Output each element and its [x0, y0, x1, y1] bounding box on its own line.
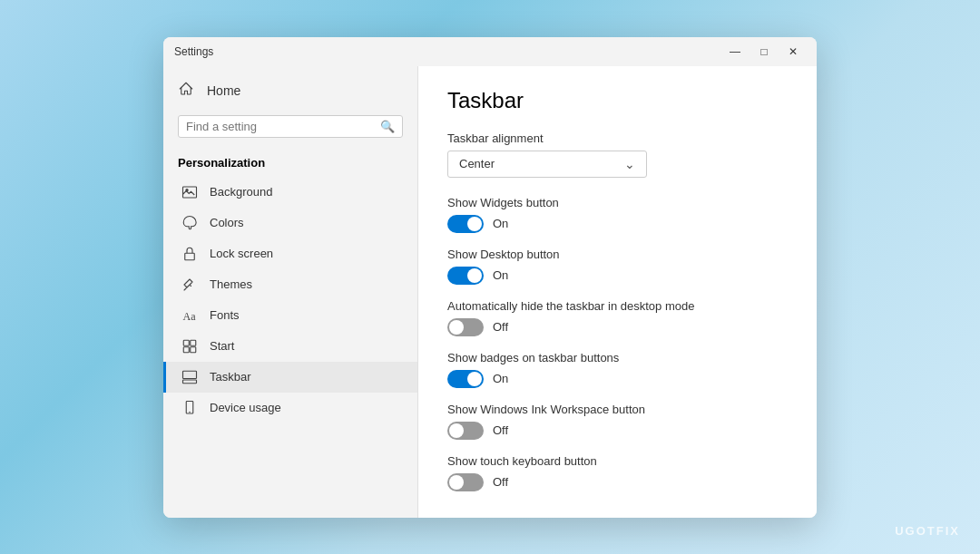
window-title: Settings: [174, 45, 213, 58]
show-desktop-setting: Show Desktop button On: [447, 248, 788, 285]
touch-keyboard-toggle[interactable]: [447, 473, 484, 491]
close-button[interactable]: ✕: [780, 43, 806, 61]
show-badges-state: On: [493, 372, 508, 385]
show-desktop-toggle-row: On: [447, 267, 788, 285]
window-controls: — □ ✕: [722, 43, 806, 61]
lock-screen-label: Lock screen: [210, 247, 273, 260]
lock-screen-icon: [181, 246, 199, 262]
show-desktop-state: On: [493, 268, 508, 282]
home-label: Home: [207, 83, 240, 98]
show-badges-setting: Show badges on taskbar buttons On: [447, 351, 788, 388]
background-icon: [181, 184, 199, 200]
show-desktop-label: Show Desktop button: [447, 248, 788, 261]
ink-workspace-state: Off: [493, 423, 508, 437]
sidebar-item-device-usage[interactable]: Device usage: [163, 393, 417, 423]
show-widgets-toggle-row: On: [447, 215, 788, 233]
chevron-down-icon: ⌄: [624, 157, 635, 171]
home-icon: [178, 81, 196, 101]
show-widgets-setting: Show Widgets button On: [447, 196, 788, 233]
auto-hide-state: Off: [493, 320, 508, 334]
sidebar-item-background[interactable]: Background: [163, 177, 417, 208]
minimize-button[interactable]: —: [722, 43, 748, 61]
device-usage-label: Device usage: [210, 401, 281, 414]
settings-window: Settings — □ ✕ Home 🔍: [163, 37, 817, 518]
touch-keyboard-state: Off: [493, 475, 508, 489]
show-widgets-toggle[interactable]: [447, 215, 484, 233]
watermark: UGOTFIX: [895, 524, 960, 538]
sidebar: Home 🔍 Personalization Background: [163, 66, 417, 518]
colors-icon: [181, 215, 199, 231]
touch-keyboard-setting: Show touch keyboard button Off: [447, 454, 788, 491]
taskbar-alignment-dropdown[interactable]: Center ⌄: [447, 151, 647, 178]
auto-hide-label: Automatically hide the taskbar in deskto…: [447, 299, 788, 313]
touch-keyboard-label: Show touch keyboard button: [447, 454, 788, 468]
sidebar-item-colors[interactable]: Colors: [163, 208, 417, 238]
auto-hide-setting: Automatically hide the taskbar in deskto…: [447, 299, 788, 336]
taskbar-alignment-value: Center: [459, 157, 495, 170]
sidebar-item-start[interactable]: Start: [163, 331, 417, 362]
title-bar: Settings — □ ✕: [163, 37, 817, 66]
page-title: Taskbar: [447, 88, 788, 113]
sidebar-item-themes[interactable]: Themes: [163, 269, 417, 300]
show-desktop-toggle[interactable]: [447, 267, 484, 285]
main-content: Taskbar Taskbar alignment Center ⌄ Show …: [417, 66, 817, 518]
svg-rect-9: [183, 371, 197, 378]
svg-rect-5: [191, 340, 196, 345]
themes-label: Themes: [210, 277, 252, 291]
svg-rect-6: [183, 346, 189, 352]
start-icon: [181, 338, 199, 355]
search-input[interactable]: [186, 120, 380, 133]
device-usage-icon: [181, 400, 199, 416]
taskbar-icon: [181, 369, 199, 385]
svg-rect-4: [183, 340, 189, 345]
sidebar-item-lock-screen[interactable]: Lock screen: [163, 238, 417, 269]
ink-workspace-label: Show Windows Ink Workspace button: [447, 403, 788, 416]
svg-point-11: [189, 411, 191, 413]
maximize-button[interactable]: □: [751, 43, 777, 61]
themes-icon: [181, 277, 199, 293]
ink-workspace-setting: Show Windows Ink Workspace button Off: [447, 403, 788, 440]
show-badges-label: Show badges on taskbar buttons: [447, 351, 788, 364]
colors-label: Colors: [210, 216, 244, 229]
taskbar-label: Taskbar: [210, 370, 251, 384]
fonts-icon: Aa: [181, 307, 199, 324]
sidebar-item-home[interactable]: Home: [163, 73, 417, 108]
svg-point-1: [186, 189, 188, 190]
touch-keyboard-toggle-row: Off: [447, 473, 788, 491]
show-badges-toggle-row: On: [447, 370, 788, 388]
taskbar-alignment-group: Taskbar alignment Center ⌄: [447, 131, 788, 178]
section-personalization-label: Personalization: [163, 152, 417, 177]
search-box[interactable]: 🔍: [178, 115, 403, 138]
svg-rect-8: [183, 380, 197, 384]
svg-rect-2: [185, 253, 195, 260]
taskbar-alignment-label: Taskbar alignment: [447, 131, 788, 145]
auto-hide-toggle[interactable]: [447, 318, 484, 336]
sidebar-item-fonts[interactable]: Aa Fonts: [163, 300, 417, 331]
search-icon: 🔍: [380, 120, 395, 133]
show-badges-toggle[interactable]: [447, 370, 484, 388]
background-label: Background: [210, 185, 272, 199]
show-widgets-state: On: [493, 217, 508, 230]
svg-text:Aa: Aa: [183, 309, 197, 322]
ink-workspace-toggle-row: Off: [447, 422, 788, 440]
ink-workspace-toggle[interactable]: [447, 422, 484, 440]
show-widgets-label: Show Widgets button: [447, 196, 788, 209]
window-body: Home 🔍 Personalization Background: [163, 66, 817, 518]
svg-rect-7: [191, 346, 196, 352]
fonts-label: Fonts: [210, 308, 240, 322]
auto-hide-toggle-row: Off: [447, 318, 788, 336]
sidebar-item-taskbar[interactable]: Taskbar: [163, 362, 417, 393]
start-label: Start: [210, 339, 234, 353]
